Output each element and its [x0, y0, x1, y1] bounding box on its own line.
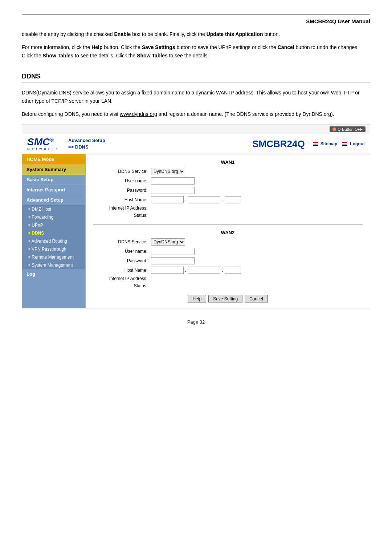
intro-para1: disable the entry by clicking the checke… [22, 30, 370, 38]
wan2-hostname-input3[interactable] [225, 267, 241, 274]
save-setting-button[interactable]: Save Setting [208, 295, 242, 303]
wan1-password-input[interactable] [151, 187, 195, 194]
wan1-internet-ip-row: Internet IP Address: [93, 206, 363, 211]
sitemap-link[interactable]: Sitemap [313, 141, 338, 146]
wan1-section: WAN1 DDNS Service: DynDNS.org User name:… [93, 159, 363, 218]
wan2-hostname-label: Host Name: [93, 268, 151, 273]
wan2-internet-ip-row: Internet IP Address: [93, 276, 363, 281]
sidebar-sub-system-mgmt[interactable]: > System Management [22, 261, 85, 269]
sidebar: HOME Mode System Summary Basic Setup Int… [22, 154, 86, 308]
sidebar-item-basic-setup[interactable]: Basic Setup [22, 175, 85, 185]
wan2-password-label: Password: [93, 258, 151, 263]
ddns-para1: DDNS(Dynamic DNS) service allows you to … [22, 89, 370, 105]
wan1-password-label: Password: [93, 188, 151, 193]
router-header: SMC® N e t w o r k s Advanced Setup => D… [22, 134, 370, 154]
wan1-ddns-service-label: DDNS Service: [93, 169, 151, 174]
wan2-password-row: Password: [93, 257, 363, 264]
wan2-hostname-row: Host Name: . . [93, 267, 363, 274]
wan1-ddns-service-row: DDNS Service: DynDNS.org [93, 168, 363, 175]
wan1-status-row: Status: [93, 213, 363, 218]
wan2-hostname-input1[interactable] [151, 267, 184, 274]
q-dot-icon [332, 127, 336, 131]
main-content: WAN1 DDNS Service: DynDNS.org User name:… [86, 154, 370, 308]
sidebar-item-internet-passport[interactable]: Internet Passport [22, 185, 85, 195]
sidebar-sub-remote-mgmt[interactable]: > Remote Management [22, 253, 85, 261]
sidebar-sub-forwarding[interactable]: > Forwarding [22, 213, 85, 221]
wan2-ddns-service-label: DDNS Service: [93, 239, 151, 244]
header-model: SMCBR24Q [252, 138, 305, 150]
wan2-title: WAN2 [93, 230, 363, 235]
wan2-username-input[interactable] [151, 248, 195, 255]
wan2-section: WAN2 DDNS Service: DynDNS.org User name:… [93, 230, 363, 288]
header-links: Sitemap Logout [313, 141, 365, 146]
sidebar-sub-dmz[interactable]: > DMZ Host [22, 205, 85, 213]
sidebar-sub-upnp[interactable]: > UPnP [22, 221, 85, 229]
wan1-title: WAN1 [93, 159, 363, 165]
wan1-username-row: User name: [93, 177, 363, 185]
wan2-status-row: Status: [93, 283, 363, 288]
wan-divider [93, 224, 363, 225]
sidebar-item-advanced-setup[interactable]: Advanced Setup [22, 195, 85, 205]
sitemap-icon [313, 142, 318, 146]
wan1-hostname-label: Host Name: [93, 197, 151, 202]
wan1-ddns-service-select[interactable]: DynDNS.org [151, 168, 185, 175]
router-body: HOME Mode System Summary Basic Setup Int… [22, 154, 370, 308]
wan1-internet-ip-label: Internet IP Address: [93, 206, 151, 211]
cancel-button[interactable]: Cancel [245, 295, 268, 303]
sidebar-sub-ddns[interactable]: > DDNS [22, 229, 85, 237]
page-footer: Page 32 [22, 319, 370, 325]
page-title: SMCBR24Q User Manual [22, 18, 370, 24]
wan2-username-label: User name: [93, 249, 151, 254]
wan1-host-name-fields: . . [151, 196, 241, 203]
smc-networks: N e t w o r k s [27, 147, 58, 151]
wan2-internet-ip-label: Internet IP Address: [93, 276, 151, 281]
intro-para2: For more information, click the Help but… [22, 43, 370, 60]
wan2-ddns-service-row: DDNS Service: DynDNS.org [93, 238, 363, 246]
wan1-hostname-input3[interactable] [225, 196, 241, 203]
help-button[interactable]: Help [188, 295, 206, 303]
ddns-para2: Before configuring DDNS, you need to vis… [22, 110, 370, 118]
wan1-hostname-input2[interactable] [188, 196, 220, 203]
wan1-hostname-row: Host Name: . . [93, 196, 363, 203]
q-button[interactable]: Q-Button OFF [330, 126, 366, 132]
button-row: Help Save Setting Cancel [93, 295, 363, 303]
wan1-password-row: Password: [93, 187, 363, 194]
sidebar-item-home-mode[interactable]: HOME Mode [22, 154, 85, 165]
sidebar-item-log[interactable]: Log [22, 269, 85, 279]
wan1-username-label: User name: [93, 178, 151, 183]
ddns-heading: DDNS [22, 73, 370, 83]
smc-logo: SMC® [27, 137, 58, 147]
wan2-status-label: Status: [93, 283, 151, 288]
logout-link[interactable]: Logout [342, 141, 365, 146]
header-breadcrumb: Advanced Setup => DDNS [68, 137, 252, 150]
logout-icon [342, 142, 347, 146]
sidebar-item-system-summary[interactable]: System Summary [22, 165, 85, 175]
wan2-hostname-input2[interactable] [188, 267, 220, 274]
smc-logo-block: SMC® N e t w o r k s [27, 137, 58, 151]
header-rule [22, 15, 370, 15]
sidebar-sub-vpn[interactable]: > VPN Passthrough [22, 245, 85, 253]
router-panel: Q-Button OFF SMC® N e t w o r k s Advanc… [22, 125, 370, 308]
wan1-hostname-input1[interactable] [151, 196, 184, 203]
sidebar-sub-advanced-routing[interactable]: > Advanced Routing [22, 237, 85, 245]
wan2-username-row: User name: [93, 248, 363, 255]
wan2-ddns-service-select[interactable]: DynDNS.org [151, 238, 185, 246]
dyndns-link[interactable]: www.dyndns.org [120, 111, 157, 117]
wan2-password-input[interactable] [151, 257, 195, 264]
router-topbar: Q-Button OFF [22, 125, 370, 134]
wan1-username-input[interactable] [151, 177, 195, 185]
wan2-host-name-fields: . . [151, 267, 241, 274]
wan1-status-label: Status: [93, 213, 151, 218]
